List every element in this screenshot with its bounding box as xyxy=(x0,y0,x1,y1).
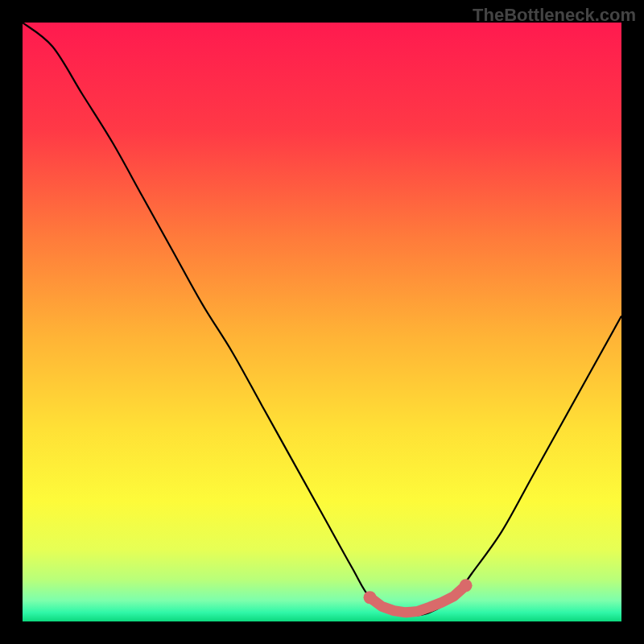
chart-plot-area xyxy=(23,23,621,621)
watermark-text: TheBottleneck.com xyxy=(473,5,636,26)
marker-dot xyxy=(364,591,377,604)
chart-svg xyxy=(23,23,621,621)
chart-background xyxy=(23,23,621,621)
marker-dot xyxy=(460,579,473,592)
